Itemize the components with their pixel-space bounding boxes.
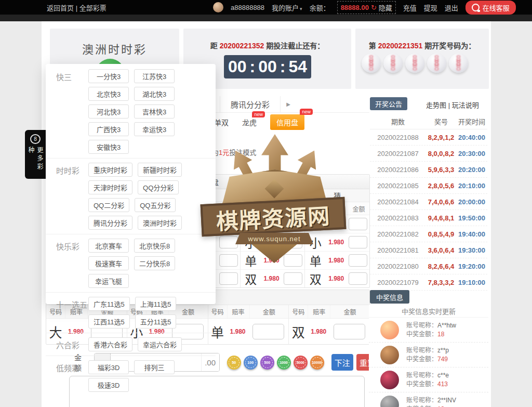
lottery-option[interactable]: 安徽快3 bbox=[88, 140, 129, 154]
draw-issue: 20200221088 bbox=[370, 129, 426, 145]
lottery-option[interactable]: 极速赛车 bbox=[88, 256, 129, 270]
bet-amount-cell bbox=[282, 270, 305, 287]
lottery-option[interactable]: 幸运六合彩 bbox=[138, 337, 182, 351]
rules-link[interactable]: 玩法说明 bbox=[452, 101, 479, 109]
bet-amount-input[interactable] bbox=[284, 254, 302, 267]
lottery-option[interactable]: 吉林快3 bbox=[134, 104, 175, 119]
lottery-option[interactable]: 湖北快3 bbox=[134, 87, 175, 101]
bet-name[interactable]: 双 bbox=[241, 270, 261, 287]
bet-amount-input[interactable] bbox=[334, 324, 365, 339]
chip-50[interactable]: 50 bbox=[227, 356, 241, 370]
chip-10000[interactable]: 10000 bbox=[310, 356, 324, 370]
winner-info-button[interactable]: 中奖信息 bbox=[370, 290, 409, 304]
lottery-option[interactable]: 极速3D bbox=[88, 378, 129, 392]
draw-time: 19:40:00 bbox=[456, 226, 487, 242]
online-service-button[interactable]: 在线客服 bbox=[466, 1, 516, 15]
bet-amount-input[interactable] bbox=[284, 272, 302, 285]
lottery-option[interactable]: 广东11选5 bbox=[88, 297, 130, 311]
bet-amount-input[interactable] bbox=[284, 236, 302, 248]
lottery-option[interactable]: 江西11选5 bbox=[88, 314, 130, 329]
draw-issue: 20200221079 bbox=[370, 274, 426, 290]
bet-amount-input[interactable] bbox=[219, 254, 238, 267]
lottery-option[interactable]: 澳洲时时彩 bbox=[138, 216, 182, 230]
chip-5000[interactable]: 5000 bbox=[294, 356, 308, 370]
withdraw-link[interactable]: 提现 bbox=[424, 3, 437, 12]
chip-500[interactable]: 500 bbox=[260, 356, 274, 370]
lottery-option[interactable]: QQ分分彩 bbox=[138, 180, 179, 194]
play-tab-3[interactable]: 信用盘new bbox=[270, 114, 304, 130]
quick-bet-row: 单1.980 bbox=[208, 319, 289, 344]
draw-numbers: 9,4,6,8,1 bbox=[426, 210, 456, 226]
bet-name[interactable]: 双 bbox=[289, 322, 308, 341]
draw-time: 20:00:00 bbox=[456, 194, 487, 209]
lottery-option[interactable]: 北京赛车 bbox=[88, 239, 129, 253]
lottery-option[interactable]: QQ二分彩 bbox=[88, 198, 129, 212]
chip-1000[interactable]: 1000 bbox=[277, 356, 291, 370]
lottery-option[interactable]: QQ五分彩 bbox=[135, 198, 176, 212]
bet-name[interactable]: 双 bbox=[305, 270, 326, 287]
back-home-link[interactable]: 返回首页 bbox=[47, 4, 74, 12]
lottery-option[interactable]: 新疆时时彩 bbox=[138, 163, 182, 177]
winner-info: 账号昵称：c**e中奖金额：413 bbox=[406, 371, 449, 389]
bet-name[interactable]: 小 bbox=[305, 233, 326, 251]
logout-link[interactable]: 退出 bbox=[445, 3, 458, 12]
bet-name[interactable]: 单 bbox=[305, 252, 326, 269]
lottery-option[interactable]: 河北快3 bbox=[88, 104, 129, 119]
my-account-menu[interactable]: 我的账户▾ bbox=[272, 3, 302, 12]
recharge-link[interactable]: 充值 bbox=[403, 3, 417, 12]
bet-amount-input[interactable] bbox=[219, 236, 238, 248]
next-issue-suffix: 期投注截止还有： bbox=[266, 42, 324, 50]
bet-button[interactable]: 下注 bbox=[331, 354, 353, 371]
lottery-option[interactable]: 二分快乐8 bbox=[134, 256, 175, 270]
bet-amount-input[interactable] bbox=[252, 324, 284, 339]
lottery-option[interactable]: 腾讯分分彩 bbox=[88, 216, 132, 230]
bet-amount-input[interactable] bbox=[349, 218, 367, 230]
winner-item: 账号昵称：2**INV中奖金额：13 bbox=[369, 392, 488, 407]
lottery-option[interactable]: 幸运快3 bbox=[134, 122, 175, 136]
bet-amount-input[interactable] bbox=[349, 254, 367, 267]
lottery-option[interactable]: 幸运飞艇 bbox=[88, 274, 129, 288]
lottery-option[interactable]: 江苏快3 bbox=[134, 69, 175, 83]
game-tab-3[interactable]: 腾讯分分彩 bbox=[220, 96, 281, 112]
lottery-option[interactable]: 北京快3 bbox=[88, 87, 129, 101]
bet-amount-input[interactable] bbox=[284, 218, 302, 230]
draw-issue: 20200221080 bbox=[370, 258, 426, 274]
announce-button[interactable]: 开奖公告 bbox=[370, 97, 407, 110]
all-lottery-link[interactable]: 全部彩票 bbox=[79, 4, 107, 12]
draw-row: 202002210839,4,6,8,119:50:00 bbox=[370, 210, 487, 226]
column-label: 号码 bbox=[305, 202, 326, 215]
lottery-option[interactable]: 广西快3 bbox=[88, 122, 129, 136]
bet-name[interactable]: 大 bbox=[241, 215, 261, 233]
bet-name[interactable]: 单 bbox=[241, 252, 261, 269]
bet-name[interactable]: 小 bbox=[241, 233, 261, 251]
refresh-icon[interactable]: ↻ bbox=[371, 4, 377, 11]
lottery-option[interactable]: 香港六合彩 bbox=[88, 337, 132, 351]
column-label: 赔率 bbox=[228, 305, 250, 318]
lottery-option[interactable]: 福彩3D bbox=[88, 360, 129, 374]
play-arrow-icon[interactable]: ▶ bbox=[281, 96, 296, 112]
winner-avatar bbox=[380, 396, 399, 407]
bet-amount-input[interactable] bbox=[219, 218, 238, 230]
header-shadow-strip bbox=[0, 15, 532, 21]
lottery-option[interactable]: 天津时时彩 bbox=[88, 180, 132, 194]
draw-numbers: 7,4,0,6,6 bbox=[426, 194, 456, 209]
bet-amount-input[interactable] bbox=[349, 272, 367, 285]
hide-balance-button[interactable]: 隐藏 bbox=[379, 3, 392, 12]
bet-amount-input[interactable] bbox=[219, 272, 238, 285]
lottery-option[interactable]: 五分11选5 bbox=[135, 314, 177, 329]
lottery-option[interactable]: 上海11选5 bbox=[135, 297, 177, 311]
bet-name[interactable]: 大 bbox=[305, 215, 326, 233]
draw-row: 202002210865,9,6,3,320:20:00 bbox=[370, 162, 487, 178]
dropdown-section-items: 广东11选5上海11选5江西11选5五分11选5 bbox=[88, 297, 216, 329]
bet-odds: 1.980 bbox=[326, 215, 347, 233]
lottery-option[interactable]: 一分快3 bbox=[88, 69, 129, 83]
lottery-option[interactable]: 排列三 bbox=[134, 360, 175, 374]
lottery-option[interactable]: 北京快乐8 bbox=[134, 239, 175, 253]
lottery-option[interactable]: 重庆时时彩 bbox=[88, 163, 132, 177]
bet-amount-cell bbox=[347, 270, 369, 287]
chip-100[interactable]: 100 bbox=[244, 356, 258, 370]
more-lottery-tab[interactable]: 8 更多彩种 bbox=[25, 130, 46, 179]
trend-chart-link[interactable]: 走势图 bbox=[426, 101, 446, 109]
bet-amount-input[interactable] bbox=[349, 236, 367, 248]
play-tab-2[interactable]: 龙虎new bbox=[242, 117, 257, 127]
